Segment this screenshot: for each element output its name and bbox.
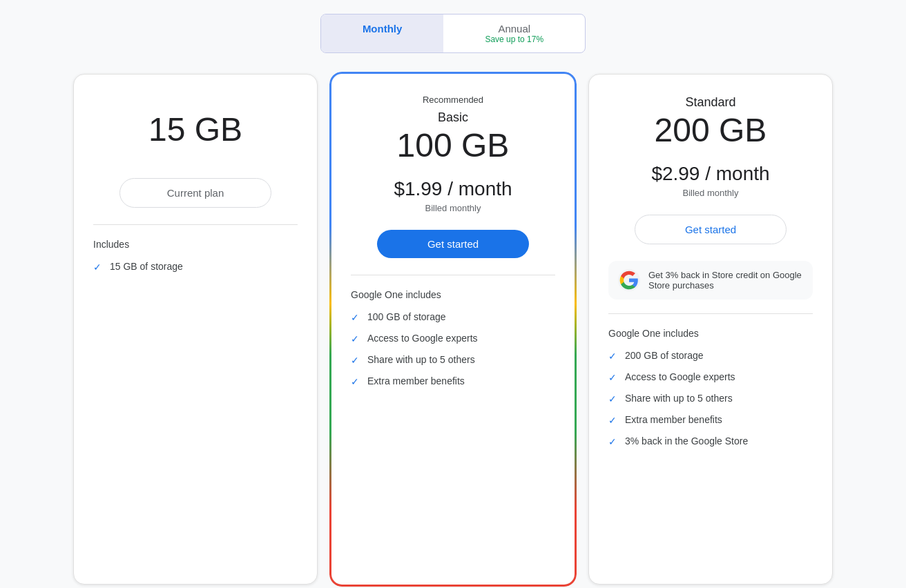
list-item: ✓ Extra member benefits [351,375,555,387]
monthly-billing-option[interactable]: Monthly [321,14,444,52]
annual-save-text: Save up to 17% [485,35,543,44]
standard-plan-storage: 200 GB [608,112,813,149]
list-item: ✓ Share with up to 5 others [351,354,555,366]
standard-plan-card: Standard 200 GB $2.99 / month Billed mon… [588,74,833,585]
google-g-logo [618,269,640,291]
standard-plan-price: $2.99 / month [608,163,813,185]
current-plan-button: Current plan [119,178,271,208]
basic-plan-price: $1.99 / month [351,178,555,200]
basic-get-started-button[interactable]: Get started [377,230,529,258]
feature-text: 100 GB of storage [367,311,446,322]
list-item: ✓ 100 GB of storage [351,311,555,323]
check-icon: ✓ [608,372,617,383]
check-icon: ✓ [608,393,617,404]
list-item: ✓ 200 GB of storage [608,350,813,362]
basic-includes-title: Google One includes [351,289,555,300]
list-item: ✓ Share with up to 5 others [608,393,813,404]
basic-plan-card: Recommended Basic 100 GB $1.99 / month B… [331,74,575,585]
basic-feature-list: ✓ 100 GB of storage ✓ Access to Google e… [351,311,555,387]
check-icon: ✓ [351,355,359,366]
list-item: ✓ 15 GB of storage [93,261,298,273]
check-icon: ✓ [608,436,617,447]
list-item: ✓ Access to Google experts [608,371,813,383]
recommended-label: Recommended [351,95,555,105]
check-icon: ✓ [351,312,359,323]
feature-text: Extra member benefits [367,375,465,386]
free-plan-storage: 15 GB [148,112,242,148]
plans-container: 15 GB Current plan Includes ✓ 15 GB of s… [73,74,833,585]
feature-text: Extra member benefits [625,414,722,425]
basic-plan-name: Basic [351,110,555,125]
feature-text: Access to Google experts [625,371,735,382]
free-divider [93,224,298,225]
list-item: ✓ Extra member benefits [608,414,813,426]
standard-plan-name: Standard [608,95,813,110]
feature-text: 15 GB of storage [110,261,183,272]
check-icon: ✓ [93,262,102,273]
check-icon: ✓ [351,376,359,387]
basic-divider [351,275,555,275]
feature-text: Share with up to 5 others [625,393,733,404]
feature-text: 3% back in the Google Store [625,435,748,447]
google-promo-banner: Get 3% back in Store credit on Google St… [608,261,813,300]
list-item: ✓ Access to Google experts [351,333,555,344]
check-icon: ✓ [608,351,617,362]
standard-get-started-button[interactable]: Get started [635,215,787,244]
check-icon: ✓ [351,333,359,344]
standard-plan-billing: Billed monthly [608,188,813,198]
standard-includes-title: Google One includes [608,328,813,339]
free-feature-list: ✓ 15 GB of storage [93,261,298,273]
feature-text: 200 GB of storage [625,350,704,361]
basic-plan-billing: Billed monthly [351,203,555,213]
annual-label: Annual [485,23,543,35]
feature-text: Access to Google experts [367,333,478,344]
basic-plan-storage: 100 GB [351,128,555,164]
standard-feature-list: ✓ 200 GB of storage ✓ Access to Google e… [608,350,813,447]
annual-billing-option[interactable]: Annual Save up to 17% [443,14,585,52]
standard-divider [608,313,813,314]
promo-text: Get 3% back in Store credit on Google St… [648,270,803,291]
free-includes-title: Includes [93,239,298,250]
list-item: ✓ 3% back in the Google Store [608,435,813,447]
feature-text: Share with up to 5 others [367,354,475,365]
free-plan-card: 15 GB Current plan Includes ✓ 15 GB of s… [73,74,318,585]
billing-toggle: Monthly Annual Save up to 17% [320,14,586,53]
check-icon: ✓ [608,415,617,426]
